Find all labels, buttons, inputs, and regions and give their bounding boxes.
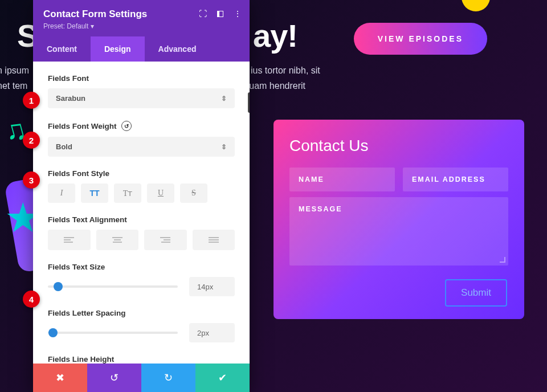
submit-button[interactable]: Submit	[445, 279, 507, 307]
cancel-button[interactable]: ✖	[33, 364, 87, 392]
tab-design[interactable]: Design	[91, 36, 145, 62]
save-button[interactable]: ✔	[195, 364, 250, 392]
text-size-value[interactable]: 14px	[189, 277, 235, 296]
preset-dropdown[interactable]: Preset: Default ▾	[43, 22, 94, 30]
panel-tabs: Content Design Advanced	[33, 36, 250, 62]
redo-button[interactable]: ↻	[141, 364, 195, 392]
preset-label: Preset: Default	[43, 22, 88, 30]
fields-style-label: Fields Font Style	[48, 169, 235, 178]
hero-body-l1-right: ius tortor nibh, sit	[251, 66, 320, 75]
slider-thumb[interactable]	[48, 328, 58, 337]
hero-body-l2-right: uam hendrerit	[249, 81, 305, 91]
settings-panel: Contact Form Settings Preset: Default ▾ …	[33, 0, 250, 392]
textarea-resize-grip[interactable]	[500, 257, 505, 263]
annotation-badge-4: 4	[23, 291, 40, 308]
align-right-button[interactable]	[144, 230, 187, 250]
panel-header[interactable]: Contact Form Settings Preset: Default ▾ …	[33, 0, 250, 36]
kebab-menu-icon[interactable]: ⋮	[234, 9, 242, 18]
style-italic-button[interactable]: I	[48, 183, 75, 203]
contact-form-preview: Contact Us NAME EMAIL ADDRESS MESSAGE Su…	[274, 120, 524, 319]
letter-spacing-slider[interactable]	[48, 332, 178, 334]
contact-title: Contact Us	[289, 137, 508, 155]
hero-body-l1-left: n ipsum	[0, 66, 29, 75]
caret-down-icon: ▾	[91, 22, 94, 30]
panel-body: Fields Font Sarabun Fields Font Weight ↺…	[33, 62, 250, 364]
expand-icon[interactable]: ⛶	[199, 9, 207, 18]
fields-align-label: Fields Text Alignment	[48, 215, 235, 224]
annotation-badge-1: 1	[23, 92, 40, 109]
email-field[interactable]: EMAIL ADDRESS	[403, 168, 508, 191]
panel-footer: ✖ ↺ ↻ ✔	[33, 364, 250, 392]
style-strike-button[interactable]: S	[180, 183, 207, 203]
fields-weight-label: Fields Font Weight	[48, 122, 117, 130]
annotation-badge-3: 3	[23, 172, 40, 189]
fields-lineheight-label: Fields Line Height	[48, 355, 235, 364]
fields-font-value: Sarabun	[56, 94, 85, 103]
annotation-badge-2: 2	[23, 132, 40, 149]
name-field[interactable]: NAME	[289, 168, 395, 191]
select-caret-icon	[221, 142, 227, 151]
text-size-slider[interactable]	[48, 285, 178, 288]
snap-icon[interactable]	[217, 11, 223, 17]
fields-font-select[interactable]: Sarabun	[48, 88, 235, 108]
fields-font-label: Fields Font	[48, 74, 235, 83]
hero-title-right: ay!	[253, 17, 297, 54]
fields-spacing-label: Fields Letter Spacing	[48, 309, 235, 317]
letter-spacing-value[interactable]: 2px	[189, 323, 235, 342]
style-uppercase-button[interactable]: TT	[81, 183, 108, 203]
align-center-button[interactable]	[96, 230, 139, 250]
reset-weight-icon[interactable]: ↺	[121, 121, 132, 131]
fields-weight-select[interactable]: Bold	[48, 137, 235, 157]
style-underline-button[interactable]: U	[147, 183, 174, 203]
fields-weight-value: Bold	[56, 142, 72, 151]
undo-button[interactable]: ↺	[87, 364, 141, 392]
view-episodes-button[interactable]: VIEW EPISODES	[354, 23, 487, 55]
scrollbar-thumb[interactable]	[248, 92, 250, 113]
message-field[interactable]: MESSAGE	[289, 197, 508, 266]
decor-yellow-circle	[462, 0, 490, 11]
style-smallcaps-button[interactable]: Tᴛ	[114, 183, 141, 203]
align-left-button[interactable]	[48, 230, 91, 250]
slider-thumb[interactable]	[54, 282, 63, 291]
fields-size-label: Fields Text Size	[48, 263, 235, 271]
align-justify-button[interactable]	[193, 230, 235, 250]
tab-content[interactable]: Content	[33, 36, 91, 62]
tab-advanced[interactable]: Advanced	[145, 36, 210, 62]
select-caret-icon	[221, 94, 227, 103]
hero-body-l2-left: net tem	[0, 81, 27, 91]
